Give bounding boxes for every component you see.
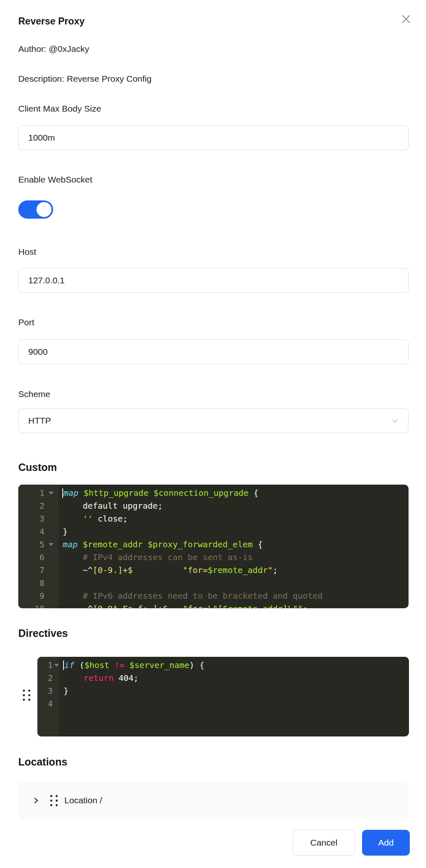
websocket-toggle[interactable]	[18, 200, 53, 219]
location-label: Location /	[64, 795, 102, 805]
host-input[interactable]	[18, 268, 409, 293]
code-line: default upgrade;	[63, 500, 409, 512]
scheme-select-value: HTTP	[28, 416, 51, 426]
port-label: Port	[18, 317, 34, 327]
reverse-proxy-modal: Reverse Proxy Author: @0xJacky Descripti…	[0, 0, 426, 868]
directives-section-heading: Directives	[18, 627, 68, 639]
gutter-line-number: 8	[18, 577, 59, 590]
scheme-label: Scheme	[18, 389, 50, 399]
page-title: Reverse Proxy	[18, 16, 85, 27]
code-line	[64, 697, 409, 710]
add-button-label: Add	[378, 838, 394, 848]
location-item[interactable]: Location /	[18, 782, 409, 819]
code-line: map $remote_addr $proxy_forwarded_elem {	[63, 538, 409, 551]
gutter-line-number: 1	[18, 487, 59, 500]
code-line: ~^[0-9A-Fa-f:.]+$ "for=\"[$remote_addr]\…	[63, 602, 409, 608]
host-label: Host	[18, 247, 36, 257]
code-line: ~^[0-9.]+$ "for=$remote_addr";	[63, 564, 409, 577]
close-button[interactable]	[400, 13, 412, 25]
gutter-line-number: 4	[18, 525, 59, 538]
chevron-down-icon	[392, 417, 399, 424]
author-text: Author: @0xJacky	[18, 44, 89, 54]
gutter-line-number: 4	[37, 697, 59, 710]
port-input[interactable]	[18, 339, 409, 364]
editor-gutter: 12345678910	[18, 485, 59, 608]
cancel-button[interactable]: Cancel	[293, 830, 355, 856]
directives-code-editor[interactable]: 1234 if ($host != $server_name) { return…	[37, 657, 409, 736]
code-line: }	[63, 525, 409, 538]
text-cursor	[63, 661, 64, 670]
editor-code-area[interactable]: map $http_upgrade $connection_upgrade { …	[59, 485, 409, 608]
text-cursor	[62, 488, 63, 498]
description-text: Description: Reverse Proxy Config	[18, 74, 152, 84]
gutter-line-number: 3	[37, 685, 59, 697]
client-max-body-size-label: Client Max Body Size	[18, 104, 101, 114]
code-line: }	[64, 685, 409, 697]
gutter-line-number: 9	[18, 590, 59, 602]
cancel-button-label: Cancel	[310, 838, 337, 848]
fold-caret-icon[interactable]	[54, 664, 59, 667]
gutter-line-number: 7	[18, 564, 59, 577]
fold-caret-icon[interactable]	[49, 492, 54, 495]
code-line: # IPv4 addresses can be sent as-is	[63, 551, 409, 564]
gutter-line-number: 3	[18, 512, 59, 525]
location-drag-handle-icon[interactable]	[50, 795, 58, 806]
code-line: return 404;	[64, 672, 409, 685]
gutter-line-number: 5	[18, 538, 59, 551]
gutter-line-number: 1	[37, 659, 59, 672]
code-line: '' close;	[63, 512, 409, 525]
code-line	[63, 577, 409, 590]
toggle-knob	[37, 202, 51, 217]
gutter-line-number: 2	[37, 672, 59, 685]
add-button[interactable]: Add	[362, 830, 410, 856]
editor-gutter: 1234	[37, 657, 59, 736]
locations-section-heading: Locations	[18, 756, 67, 768]
custom-section-heading: Custom	[18, 461, 57, 473]
gutter-line-number: 10	[18, 602, 59, 608]
code-line: if ($host != $server_name) {	[64, 659, 409, 672]
gutter-line-number: 6	[18, 551, 59, 564]
fold-caret-icon[interactable]	[49, 543, 54, 546]
scheme-select[interactable]: HTTP	[18, 408, 409, 433]
code-line: # IPv6 addresses need to be bracketed an…	[63, 590, 409, 602]
directives-drag-handle-icon[interactable]	[23, 690, 30, 701]
chevron-right-icon[interactable]	[32, 797, 39, 804]
enable-websocket-label: Enable WebSocket	[18, 175, 92, 185]
close-icon	[401, 14, 411, 24]
custom-code-editor[interactable]: 12345678910 map $http_upgrade $connectio…	[18, 485, 409, 608]
code-line: map $http_upgrade $connection_upgrade {	[63, 487, 409, 500]
gutter-line-number: 2	[18, 500, 59, 512]
editor-code-area[interactable]: if ($host != $server_name) { return 404;…	[59, 657, 409, 736]
client-max-body-size-input[interactable]	[18, 125, 409, 150]
